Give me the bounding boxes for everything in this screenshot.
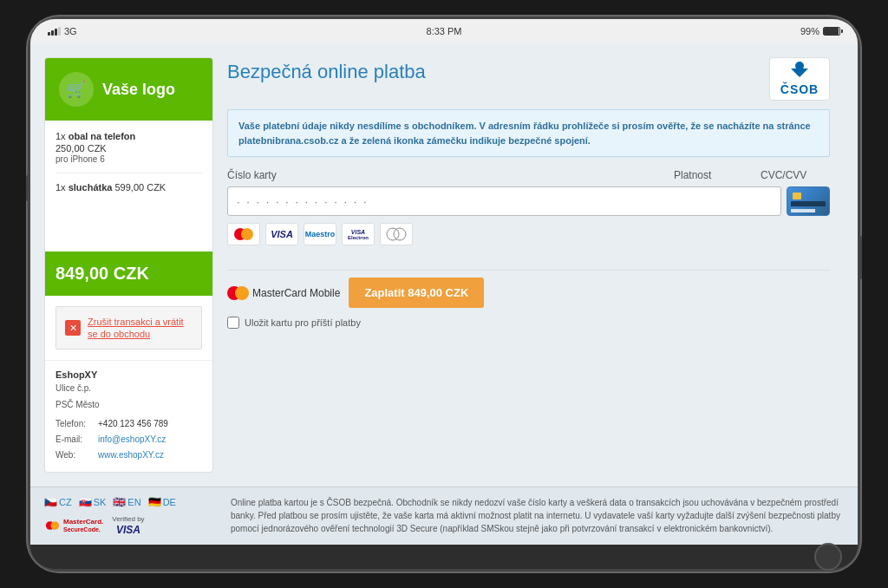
phone-value: +420 123 456 789 [98, 416, 168, 432]
save-card-row: Uložit kartu pro příští platby [227, 317, 830, 329]
mastercard-securecode-logo: MasterCard. SecureCode. [44, 518, 103, 533]
flag-cz-icon: 🇨🇿 [44, 496, 57, 508]
bank-header: Bezpečná online platba ČSOB [227, 57, 830, 101]
form-input-row [227, 186, 830, 216]
svg-point-1 [394, 228, 406, 240]
diners-badge [380, 223, 413, 245]
security-notice-text: Vaše platební údaje nikdy nesdílíme s ob… [238, 121, 811, 146]
footer: 🇨🇿 CZ 🇸🇰 SK 🇬🇧 EN [30, 487, 858, 545]
pay-button[interactable]: Zaplatit 849,00 CZK [349, 278, 484, 308]
screen: 🛒 Vaše logo 1x obal na telefon 250,00 CZ… [30, 43, 858, 545]
email-row: E-mail: info@eshopXY.cz [56, 432, 202, 448]
web-row: Web: www.eshopXY.cz [56, 448, 202, 463]
language-row: 🇨🇿 CZ 🇸🇰 SK 🇬🇧 EN [44, 496, 213, 508]
csob-text: ČSOB [780, 82, 819, 96]
maestro-badge: Maestro [304, 223, 336, 245]
mastercard-icon [234, 228, 253, 240]
battery-percent: 99% [800, 26, 819, 36]
visa-electron-label: VISA Electron [348, 229, 369, 240]
home-button[interactable] [814, 543, 842, 571]
footer-description-text: Online platba kartou je s ČSOB bezpečná.… [231, 496, 844, 535]
mc-footer-icon [46, 521, 59, 530]
time-display: 8:33 PM [427, 26, 462, 36]
logo-section: 🛒 Vaše logo [45, 58, 212, 121]
shop-info: EshopXY Ulice č.p. PSČ Město Telefon: +4… [45, 360, 212, 472]
order-details: 1x obal na telefon 250,00 CZK pro iPhone… [45, 121, 212, 252]
phone-label: Telefon: [56, 416, 95, 432]
cancel-label: Zrušit transakci a vrátit se do obchodu [88, 316, 193, 341]
visa-label: VISA [271, 229, 293, 239]
lang-de[interactable]: 🇩🇪 DE [148, 496, 176, 508]
footer-description: Online platba kartou je s ČSOB bezpečná.… [231, 496, 844, 536]
visa-footer-text: VISA [116, 524, 140, 536]
cart-icon: 🛒 [59, 72, 94, 107]
card-number-input[interactable] [227, 186, 781, 216]
diners-label [386, 227, 407, 242]
maestro-label: Maestro [305, 230, 336, 238]
svg-point-0 [387, 228, 399, 240]
phone-row: Telefon: +420 123 456 789 [56, 416, 202, 432]
shop-logo-text: Vaše logo [102, 81, 175, 99]
status-left: 3G [48, 26, 77, 36]
shop-address-1: Ulice č.p. [56, 383, 202, 393]
email-label: E-mail: [56, 432, 95, 448]
content-area: 🛒 Vaše logo 1x obal na telefon 250,00 CZ… [30, 43, 858, 487]
security-notice: Vaše platební údaje nikdy nesdílíme s ob… [227, 109, 830, 157]
flag-sk-icon: 🇸🇰 [79, 496, 92, 508]
mastercard-badge [227, 223, 260, 245]
web-value: www.eshopXY.cz [98, 448, 164, 463]
total-section: 849,00 CZK [45, 252, 212, 296]
cancel-x-icon: ✕ [65, 320, 81, 336]
main-content: 🛒 Vaše logo 1x obal na telefon 250,00 CZ… [30, 43, 858, 545]
lang-sk[interactable]: 🇸🇰 SK [79, 496, 107, 508]
mc-secure-text: MasterCard. SecureCode. [63, 518, 103, 533]
mastercard-mobile-logo: MasterCard Mobile [227, 286, 340, 300]
lang-cz[interactable]: 🇨🇿 CZ [44, 496, 72, 508]
verified-by-text: Verified by [112, 515, 144, 524]
power-button [859, 236, 862, 279]
save-card-label: Uložit kartu pro příští platby [245, 317, 361, 328]
network-label: 3G [64, 26, 77, 36]
shop-contact: Telefon: +420 123 456 789 E-mail: info@e… [56, 416, 202, 463]
mastercard-mobile-label: MasterCard Mobile [252, 287, 340, 299]
visa-badge: VISA [265, 223, 298, 245]
battery-icon [823, 27, 840, 36]
tablet-bottom-bar [30, 545, 858, 569]
total-amount: 849,00 CZK [56, 264, 202, 284]
order-item-1: 1x obal na telefon 250,00 CZK pro iPhone… [56, 131, 202, 173]
payment-methods: VISA Maestro VISA Electron [227, 223, 830, 245]
csob-figure-icon [787, 62, 812, 81]
volume-button [26, 175, 29, 201]
flag-en-icon: 🇬🇧 [113, 496, 126, 508]
lang-en[interactable]: 🇬🇧 EN [113, 496, 140, 508]
order-item-2: 1x sluchátka 599,00 CZK [56, 182, 202, 201]
mcm-circles-icon [227, 286, 249, 300]
lang-cz-label: CZ [59, 497, 72, 507]
page-title: Bezpečná online platba [227, 61, 426, 83]
card-visual-icon [787, 186, 830, 216]
footer-left: 🇨🇿 CZ 🇸🇰 SK 🇬🇧 EN [44, 496, 213, 536]
email-value: info@eshopXY.cz [98, 432, 166, 448]
verified-visa-logo: Verified by VISA [112, 515, 144, 536]
lang-de-label: DE [163, 497, 176, 507]
visa-electron-badge: VISA Electron [342, 223, 375, 245]
left-panel: 🛒 Vaše logo 1x obal na telefon 250,00 CZ… [44, 57, 213, 473]
cvc-label: CVC/CVV [761, 169, 830, 181]
web-label: Web: [56, 448, 95, 463]
status-bar: 3G 8:33 PM 99% [30, 19, 858, 43]
validity-label: Platnost [674, 169, 761, 181]
card-number-label: Číslo karty [227, 169, 674, 181]
right-panel: Bezpečná online platba ČSOB Vaše platebn… [213, 57, 844, 473]
lang-en-label: EN [127, 497, 140, 507]
form-labels: Číslo karty Platnost CVC/CVV [227, 169, 830, 181]
save-card-checkbox[interactable] [227, 317, 239, 329]
status-right: 99% [800, 26, 840, 36]
csob-logo: ČSOB [769, 57, 830, 101]
tablet-frame: 3G 8:33 PM 99% 🛒 Vaše logo [28, 16, 860, 572]
shop-name: EshopXY [56, 369, 202, 380]
cancel-transaction-button[interactable]: ✕ Zrušit transakci a vrátit se do obchod… [56, 306, 202, 350]
signal-icon [48, 27, 61, 36]
lang-sk-label: SK [94, 497, 107, 507]
shop-address-2: PSČ Město [56, 400, 202, 409]
footer-security-logos: MasterCard. SecureCode. Verified by VISA [44, 515, 213, 536]
